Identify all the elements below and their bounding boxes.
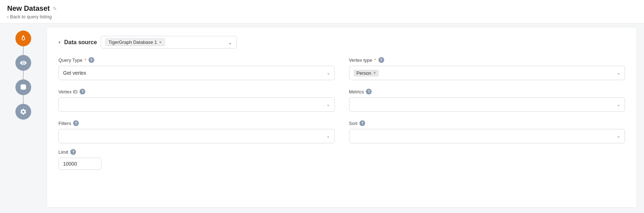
limit-help-icon[interactable]: ? [70, 149, 76, 155]
query-type-chevron-icon: ⌄ [326, 70, 330, 75]
vertex-type-tag: Person × [354, 70, 379, 77]
vertex-id-select[interactable]: ⌄ [58, 97, 335, 112]
limit-label: Limit ? [58, 149, 625, 155]
eye-icon [20, 59, 27, 66]
query-type-label: Query Type* ? [58, 57, 335, 63]
database-icon [20, 84, 27, 91]
query-type-value: Get vertex [63, 70, 326, 76]
sidebar-item-flame[interactable] [15, 31, 31, 46]
datasource-tag-close[interactable]: × [159, 40, 162, 45]
sort-chevron-icon: ⌄ [617, 134, 620, 139]
connector-1 [23, 46, 24, 55]
vertex-id-label: Vertex ID ? [58, 89, 335, 94]
filters-chevron-icon: ⌄ [326, 134, 330, 139]
datasource-chevron-icon: ⌄ [228, 40, 232, 45]
page-title: New Dataset [7, 4, 50, 13]
vertex-type-help-icon[interactable]: ? [378, 57, 384, 63]
back-link[interactable]: ‹ Back to query listing [7, 14, 637, 23]
sidebar-item-database[interactable] [15, 79, 31, 95]
flame-icon [19, 34, 27, 42]
query-type-select[interactable]: Get vertex ⌄ [58, 66, 335, 80]
vertex-type-select[interactable]: Person × ⌄ [349, 66, 625, 80]
vertex-id-chevron-icon: ⌄ [326, 102, 330, 107]
vertex-type-field: Vertex type* ? Person × ⌄ [349, 57, 625, 80]
metrics-label: Metrics ? [349, 89, 625, 94]
limit-input[interactable] [58, 158, 101, 170]
chevron-left-icon: ‹ [7, 14, 9, 19]
sidebar-item-settings[interactable] [15, 104, 31, 120]
vertex-id-field: Vertex ID ? ⌄ [58, 89, 335, 112]
collapse-icon[interactable]: ▾ [58, 40, 61, 45]
vertex-type-label: Vertex type* ? [349, 57, 625, 63]
connector-3 [23, 95, 24, 104]
eye-icon-button[interactable] [15, 55, 31, 71]
sort-help-icon[interactable]: ? [359, 120, 365, 126]
sidebar [0, 23, 47, 211]
vertex-type-chevron-icon: ⌄ [617, 70, 620, 75]
datasource-tag-label: TigerGraph Database 1 [109, 40, 157, 45]
form-grid: Query Type* ? Get vertex ⌄ Vertex type* … [58, 57, 625, 143]
flame-icon-button[interactable] [15, 31, 31, 46]
metrics-chevron-icon: ⌄ [617, 102, 620, 107]
vertex-type-required: * [375, 57, 376, 63]
back-link-label: Back to query listing [10, 14, 52, 19]
vertex-type-tag-close[interactable]: × [373, 70, 376, 75]
limit-field: Limit ? [58, 149, 625, 170]
sort-select[interactable]: ⌄ [349, 129, 625, 143]
metrics-help-icon[interactable]: ? [366, 89, 372, 94]
datasource-section-title: Data source [64, 39, 97, 46]
query-type-field: Query Type* ? Get vertex ⌄ [58, 57, 335, 80]
edit-title-icon[interactable]: ✎ [53, 6, 57, 11]
sidebar-item-eye[interactable] [15, 55, 31, 71]
gear-icon [20, 108, 27, 115]
filters-select[interactable]: ⌄ [58, 129, 335, 143]
datasource-selector[interactable]: TigerGraph Database 1 × ⌄ [101, 36, 237, 48]
metrics-select[interactable]: ⌄ [349, 97, 625, 112]
sort-label: Sort ? [349, 120, 625, 126]
filters-field: Filters ? ⌄ [58, 120, 335, 143]
filters-help-icon[interactable]: ? [73, 120, 79, 126]
gear-icon-button[interactable] [15, 104, 31, 120]
query-type-required: * [85, 57, 86, 63]
database-icon-button[interactable] [15, 79, 31, 95]
connector-2 [23, 71, 24, 79]
datasource-tag: TigerGraph Database 1 × [105, 38, 165, 46]
vertex-type-tag-label: Person [357, 70, 371, 76]
vertex-id-help-icon[interactable]: ? [80, 89, 85, 94]
query-type-help-icon[interactable]: ? [89, 57, 94, 63]
filters-label: Filters ? [58, 120, 335, 126]
datasource-section-header: ▾ Data source TigerGraph Database 1 × ⌄ [58, 36, 625, 48]
sort-field: Sort ? ⌄ [349, 120, 625, 143]
content-area: ▾ Data source TigerGraph Database 1 × ⌄ … [47, 27, 637, 208]
metrics-field: Metrics ? ⌄ [349, 89, 625, 112]
